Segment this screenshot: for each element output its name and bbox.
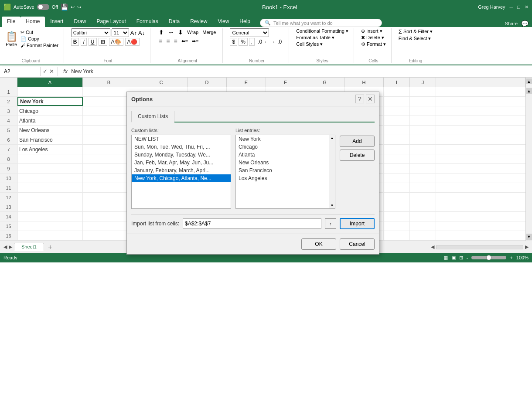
align-left-button[interactable]: ≡ <box>157 37 164 45</box>
entries-scroll-down[interactable]: ▼ <box>331 204 334 208</box>
cell-a8[interactable] <box>17 154 83 163</box>
list-item-january[interactable]: January, February, March, Apri... <box>132 167 231 174</box>
font-size-select[interactable]: 11 <box>112 28 129 37</box>
restore-icon[interactable]: □ <box>517 4 520 10</box>
italic-button[interactable]: I <box>81 38 86 46</box>
cell-j12[interactable] <box>410 193 436 202</box>
scroll-up-btn[interactable]: ▲ <box>526 88 532 94</box>
cell-j11[interactable] <box>410 183 436 192</box>
increase-font-icon[interactable]: A↑ <box>130 30 137 36</box>
sort-filter-button[interactable]: Sort & Filter ▾ <box>403 29 433 34</box>
border-button[interactable]: ⊞ <box>99 38 107 46</box>
tab-home[interactable]: Home <box>20 17 45 27</box>
scroll-right-btn[interactable]: ▶ <box>525 244 529 250</box>
list-item-new[interactable]: NEW LIST <box>132 135 231 143</box>
tab-view[interactable]: View <box>213 17 235 27</box>
tab-pagelayout[interactable]: Page Layout <box>91 17 131 27</box>
cell-j1[interactable] <box>410 87 436 96</box>
col-header-d[interactable]: D <box>188 78 227 87</box>
wrap-text-button[interactable]: Wrap <box>186 29 200 35</box>
cell-a9[interactable] <box>17 164 83 173</box>
col-header-a[interactable]: A <box>17 78 83 87</box>
entry-atlanta[interactable]: Atlanta <box>236 151 335 159</box>
copy-button[interactable]: 📄 Copy <box>20 36 58 42</box>
scroll-down-btn[interactable]: ▼ <box>526 234 532 240</box>
cell-j10[interactable] <box>410 173 436 183</box>
list-entries-listbox[interactable]: New York Chicago Atlanta New Orleans San… <box>235 135 335 209</box>
comma-button[interactable]: , <box>249 38 255 46</box>
add-button[interactable]: Add <box>340 136 375 147</box>
save-icon[interactable]: 💾 <box>61 3 68 10</box>
view-page-icon[interactable]: ⊞ <box>459 255 463 261</box>
tab-formulas[interactable]: Formulas <box>131 17 164 27</box>
view-normal-icon[interactable]: ▦ <box>443 255 448 261</box>
entry-newyork[interactable]: New York <box>236 135 335 143</box>
view-layout-icon[interactable]: ▣ <box>451 255 456 261</box>
zoom-out-button[interactable]: - <box>467 255 468 260</box>
autosum-button[interactable]: Σ <box>399 28 402 35</box>
tab-help[interactable]: Help <box>234 17 256 27</box>
align-bottom-button[interactable]: ⬇ <box>177 28 184 36</box>
cell-i1[interactable] <box>384 87 410 96</box>
scroll-left-btn[interactable]: ◀ <box>431 244 434 250</box>
col-header-e[interactable]: E <box>227 78 266 87</box>
collapse-dialog-button[interactable]: ↑ <box>325 218 336 229</box>
cell-i6[interactable] <box>384 135 410 144</box>
cell-a13[interactable] <box>17 202 83 211</box>
align-center-button[interactable]: ≡ <box>165 37 171 45</box>
cell-a4[interactable]: Atlanta <box>17 116 83 125</box>
scroll-sheet-left[interactable]: ◀ <box>3 244 7 250</box>
font-family-select[interactable]: Calibri <box>71 28 110 37</box>
tab-custom-lists[interactable]: Custom Lists <box>131 111 174 122</box>
col-header-i[interactable]: I <box>384 78 410 87</box>
cell-i16[interactable] <box>384 231 410 240</box>
zoom-slider[interactable] <box>471 256 506 259</box>
dialog-close-button[interactable]: ✕ <box>366 95 375 103</box>
name-box[interactable]: A2 <box>2 67 41 76</box>
cell-j9[interactable] <box>410 164 436 173</box>
entry-losangeles[interactable]: Los Angeles <box>236 174 335 182</box>
cell-a5[interactable]: New Orleans <box>17 126 83 135</box>
col-header-c[interactable]: C <box>135 78 188 87</box>
currency-button[interactable]: $ <box>230 38 237 46</box>
entries-scroll-up[interactable]: ▲ <box>331 136 334 140</box>
indent-increase-button[interactable]: ➡≡ <box>191 38 200 44</box>
col-header-g[interactable]: G <box>305 78 344 87</box>
indent-decrease-button[interactable]: ⬅≡ <box>180 38 189 44</box>
entry-sanfrancisco[interactable]: San Francisco <box>236 167 335 174</box>
cell-i4[interactable] <box>384 116 410 125</box>
cell-i13[interactable] <box>384 202 410 211</box>
autosave-toggle[interactable] <box>37 4 49 10</box>
dialog-help-button[interactable]: ? <box>355 95 364 103</box>
cell-j2[interactable] <box>410 97 436 106</box>
format-as-table-button[interactable]: Format as Table ▾ <box>296 35 334 41</box>
cell-i2[interactable] <box>384 97 410 106</box>
cell-j3[interactable] <box>410 106 436 116</box>
cell-i9[interactable] <box>384 164 410 173</box>
cell-a3[interactable]: Chicago <box>17 106 83 116</box>
cell-i15[interactable] <box>384 221 410 231</box>
list-item-sunday[interactable]: Sunday, Monday, Tuesday, We... <box>132 151 231 159</box>
cell-j16[interactable] <box>410 231 436 240</box>
share-button[interactable]: Share <box>505 21 518 26</box>
decrease-decimal-button[interactable]: ←.0 <box>270 38 283 45</box>
format-cells-button[interactable]: ⚙ Format ▾ <box>361 41 386 47</box>
increase-decimal-button[interactable]: .0→ <box>256 38 269 45</box>
tab-data[interactable]: Data <box>164 17 185 27</box>
list-item-newyork[interactable]: New York, Chicago, Atlanta, Ne... <box>132 174 231 182</box>
minimize-icon[interactable]: ─ <box>510 4 513 10</box>
insert-cells-button[interactable]: ⊕ Insert ▾ <box>361 28 382 34</box>
cell-i3[interactable] <box>384 106 410 116</box>
list-item-sun[interactable]: Sun, Mon, Tue, Wed, Thu, Fri, ... <box>132 143 231 151</box>
import-cells-input[interactable] <box>183 218 321 229</box>
merge-center-button[interactable]: Merge <box>201 29 217 35</box>
cell-a16[interactable] <box>17 231 83 240</box>
list-item-jan[interactable]: Jan, Feb, Mar, Apr, May, Jun, Ju... <box>132 159 231 167</box>
format-painter-button[interactable]: 🖌 Format Painter <box>20 43 58 48</box>
cell-i7[interactable] <box>384 145 410 154</box>
paste-button[interactable]: 📋 Paste <box>3 28 19 49</box>
custom-lists-listbox[interactable]: NEW LIST Sun, Mon, Tue, Wed, Thu, Fri, .… <box>131 135 231 209</box>
formula-input[interactable] <box>71 67 530 76</box>
add-sheet-button[interactable]: + <box>46 243 55 252</box>
cell-i14[interactable] <box>384 212 410 221</box>
